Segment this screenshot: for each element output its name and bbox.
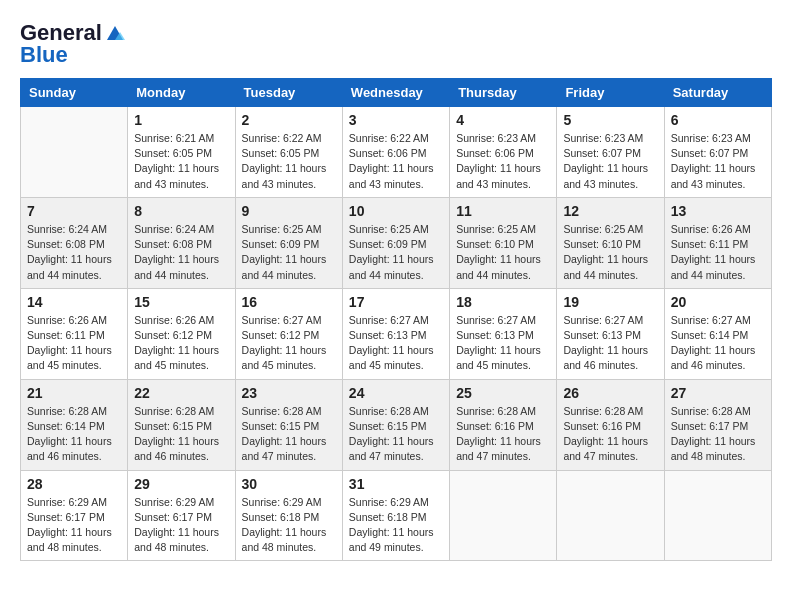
weekday-header-wednesday: Wednesday xyxy=(342,79,449,107)
day-number: 30 xyxy=(242,476,336,492)
day-info: Sunrise: 6:28 AMSunset: 6:15 PMDaylight:… xyxy=(242,404,336,465)
day-number: 6 xyxy=(671,112,765,128)
day-number: 31 xyxy=(349,476,443,492)
day-info: Sunrise: 6:28 AMSunset: 6:17 PMDaylight:… xyxy=(671,404,765,465)
calendar-cell: 7Sunrise: 6:24 AMSunset: 6:08 PMDaylight… xyxy=(21,197,128,288)
calendar-cell xyxy=(557,470,664,561)
calendar-cell: 8Sunrise: 6:24 AMSunset: 6:08 PMDaylight… xyxy=(128,197,235,288)
weekday-header-row: SundayMondayTuesdayWednesdayThursdayFrid… xyxy=(21,79,772,107)
calendar-cell: 6Sunrise: 6:23 AMSunset: 6:07 PMDaylight… xyxy=(664,107,771,198)
calendar-cell xyxy=(450,470,557,561)
day-info: Sunrise: 6:24 AMSunset: 6:08 PMDaylight:… xyxy=(134,222,228,283)
day-number: 25 xyxy=(456,385,550,401)
logo-blue: Blue xyxy=(20,42,68,68)
calendar-cell: 24Sunrise: 6:28 AMSunset: 6:15 PMDayligh… xyxy=(342,379,449,470)
calendar-cell: 17Sunrise: 6:27 AMSunset: 6:13 PMDayligh… xyxy=(342,288,449,379)
page-header: General Blue xyxy=(20,20,772,68)
day-number: 3 xyxy=(349,112,443,128)
calendar-cell: 14Sunrise: 6:26 AMSunset: 6:11 PMDayligh… xyxy=(21,288,128,379)
day-info: Sunrise: 6:28 AMSunset: 6:16 PMDaylight:… xyxy=(563,404,657,465)
calendar-cell: 21Sunrise: 6:28 AMSunset: 6:14 PMDayligh… xyxy=(21,379,128,470)
day-info: Sunrise: 6:29 AMSunset: 6:18 PMDaylight:… xyxy=(242,495,336,556)
calendar-cell: 1Sunrise: 6:21 AMSunset: 6:05 PMDaylight… xyxy=(128,107,235,198)
day-info: Sunrise: 6:25 AMSunset: 6:09 PMDaylight:… xyxy=(242,222,336,283)
calendar-cell: 16Sunrise: 6:27 AMSunset: 6:12 PMDayligh… xyxy=(235,288,342,379)
day-number: 21 xyxy=(27,385,121,401)
day-info: Sunrise: 6:22 AMSunset: 6:05 PMDaylight:… xyxy=(242,131,336,192)
day-info: Sunrise: 6:24 AMSunset: 6:08 PMDaylight:… xyxy=(27,222,121,283)
day-info: Sunrise: 6:25 AMSunset: 6:09 PMDaylight:… xyxy=(349,222,443,283)
day-number: 24 xyxy=(349,385,443,401)
calendar-cell: 3Sunrise: 6:22 AMSunset: 6:06 PMDaylight… xyxy=(342,107,449,198)
day-info: Sunrise: 6:26 AMSunset: 6:11 PMDaylight:… xyxy=(27,313,121,374)
calendar-week-row: 14Sunrise: 6:26 AMSunset: 6:11 PMDayligh… xyxy=(21,288,772,379)
weekday-header-tuesday: Tuesday xyxy=(235,79,342,107)
day-number: 27 xyxy=(671,385,765,401)
day-info: Sunrise: 6:29 AMSunset: 6:17 PMDaylight:… xyxy=(27,495,121,556)
weekday-header-thursday: Thursday xyxy=(450,79,557,107)
calendar-cell: 29Sunrise: 6:29 AMSunset: 6:17 PMDayligh… xyxy=(128,470,235,561)
day-info: Sunrise: 6:29 AMSunset: 6:18 PMDaylight:… xyxy=(349,495,443,556)
calendar-cell: 19Sunrise: 6:27 AMSunset: 6:13 PMDayligh… xyxy=(557,288,664,379)
day-info: Sunrise: 6:28 AMSunset: 6:14 PMDaylight:… xyxy=(27,404,121,465)
day-number: 13 xyxy=(671,203,765,219)
day-info: Sunrise: 6:27 AMSunset: 6:13 PMDaylight:… xyxy=(349,313,443,374)
day-info: Sunrise: 6:22 AMSunset: 6:06 PMDaylight:… xyxy=(349,131,443,192)
day-number: 29 xyxy=(134,476,228,492)
day-info: Sunrise: 6:28 AMSunset: 6:16 PMDaylight:… xyxy=(456,404,550,465)
day-info: Sunrise: 6:29 AMSunset: 6:17 PMDaylight:… xyxy=(134,495,228,556)
day-number: 26 xyxy=(563,385,657,401)
calendar-week-row: 28Sunrise: 6:29 AMSunset: 6:17 PMDayligh… xyxy=(21,470,772,561)
day-info: Sunrise: 6:28 AMSunset: 6:15 PMDaylight:… xyxy=(134,404,228,465)
day-number: 12 xyxy=(563,203,657,219)
calendar-cell: 28Sunrise: 6:29 AMSunset: 6:17 PMDayligh… xyxy=(21,470,128,561)
day-number: 28 xyxy=(27,476,121,492)
day-info: Sunrise: 6:23 AMSunset: 6:06 PMDaylight:… xyxy=(456,131,550,192)
weekday-header-friday: Friday xyxy=(557,79,664,107)
day-info: Sunrise: 6:21 AMSunset: 6:05 PMDaylight:… xyxy=(134,131,228,192)
day-info: Sunrise: 6:26 AMSunset: 6:11 PMDaylight:… xyxy=(671,222,765,283)
day-number: 8 xyxy=(134,203,228,219)
calendar-cell: 11Sunrise: 6:25 AMSunset: 6:10 PMDayligh… xyxy=(450,197,557,288)
calendar-cell: 5Sunrise: 6:23 AMSunset: 6:07 PMDaylight… xyxy=(557,107,664,198)
day-info: Sunrise: 6:23 AMSunset: 6:07 PMDaylight:… xyxy=(563,131,657,192)
calendar-cell: 27Sunrise: 6:28 AMSunset: 6:17 PMDayligh… xyxy=(664,379,771,470)
calendar-cell: 26Sunrise: 6:28 AMSunset: 6:16 PMDayligh… xyxy=(557,379,664,470)
calendar-cell: 15Sunrise: 6:26 AMSunset: 6:12 PMDayligh… xyxy=(128,288,235,379)
day-info: Sunrise: 6:25 AMSunset: 6:10 PMDaylight:… xyxy=(456,222,550,283)
weekday-header-saturday: Saturday xyxy=(664,79,771,107)
day-number: 2 xyxy=(242,112,336,128)
calendar-cell: 2Sunrise: 6:22 AMSunset: 6:05 PMDaylight… xyxy=(235,107,342,198)
day-number: 11 xyxy=(456,203,550,219)
calendar-cell: 10Sunrise: 6:25 AMSunset: 6:09 PMDayligh… xyxy=(342,197,449,288)
calendar-cell: 31Sunrise: 6:29 AMSunset: 6:18 PMDayligh… xyxy=(342,470,449,561)
calendar-cell: 9Sunrise: 6:25 AMSunset: 6:09 PMDaylight… xyxy=(235,197,342,288)
day-number: 4 xyxy=(456,112,550,128)
day-info: Sunrise: 6:27 AMSunset: 6:12 PMDaylight:… xyxy=(242,313,336,374)
day-number: 14 xyxy=(27,294,121,310)
logo-icon xyxy=(105,24,125,42)
day-number: 18 xyxy=(456,294,550,310)
calendar-cell: 23Sunrise: 6:28 AMSunset: 6:15 PMDayligh… xyxy=(235,379,342,470)
calendar-cell: 4Sunrise: 6:23 AMSunset: 6:06 PMDaylight… xyxy=(450,107,557,198)
day-info: Sunrise: 6:27 AMSunset: 6:14 PMDaylight:… xyxy=(671,313,765,374)
calendar-cell: 20Sunrise: 6:27 AMSunset: 6:14 PMDayligh… xyxy=(664,288,771,379)
calendar-cell: 30Sunrise: 6:29 AMSunset: 6:18 PMDayligh… xyxy=(235,470,342,561)
day-number: 10 xyxy=(349,203,443,219)
day-info: Sunrise: 6:27 AMSunset: 6:13 PMDaylight:… xyxy=(456,313,550,374)
day-number: 15 xyxy=(134,294,228,310)
day-number: 23 xyxy=(242,385,336,401)
day-info: Sunrise: 6:28 AMSunset: 6:15 PMDaylight:… xyxy=(349,404,443,465)
calendar-cell: 13Sunrise: 6:26 AMSunset: 6:11 PMDayligh… xyxy=(664,197,771,288)
day-number: 17 xyxy=(349,294,443,310)
day-info: Sunrise: 6:26 AMSunset: 6:12 PMDaylight:… xyxy=(134,313,228,374)
day-number: 7 xyxy=(27,203,121,219)
calendar-week-row: 7Sunrise: 6:24 AMSunset: 6:08 PMDaylight… xyxy=(21,197,772,288)
day-number: 9 xyxy=(242,203,336,219)
calendar-cell xyxy=(664,470,771,561)
calendar-week-row: 1Sunrise: 6:21 AMSunset: 6:05 PMDaylight… xyxy=(21,107,772,198)
day-number: 5 xyxy=(563,112,657,128)
weekday-header-monday: Monday xyxy=(128,79,235,107)
calendar-cell: 12Sunrise: 6:25 AMSunset: 6:10 PMDayligh… xyxy=(557,197,664,288)
day-info: Sunrise: 6:27 AMSunset: 6:13 PMDaylight:… xyxy=(563,313,657,374)
